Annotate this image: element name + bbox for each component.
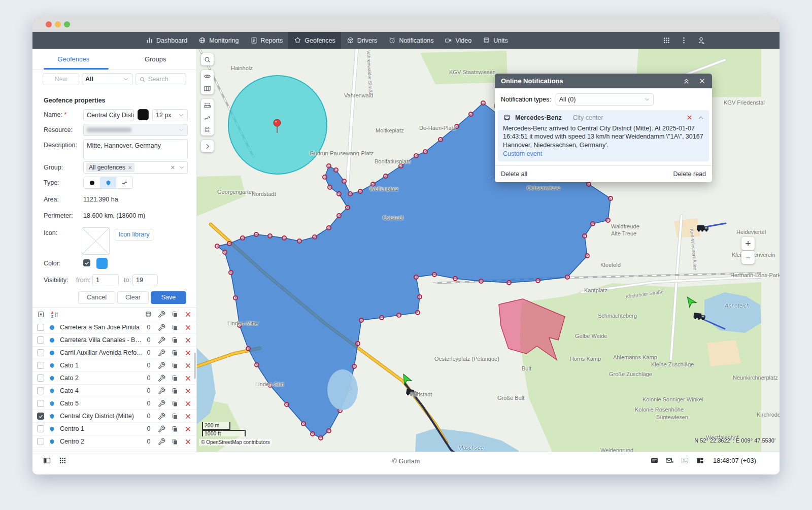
nav-item-reports[interactable]: Reports — [245, 32, 289, 49]
row-checkbox[interactable] — [37, 413, 44, 420]
list-scrollbar[interactable] — [194, 353, 196, 379]
nav-item-monitoring[interactable]: Monitoring — [193, 32, 244, 49]
notifications-header[interactable]: Online Notifications — [495, 74, 712, 88]
geofence-vertex[interactable] — [311, 432, 315, 436]
geofence-vertex[interactable] — [223, 250, 227, 254]
map-tool-map-button[interactable] — [201, 82, 214, 94]
map-tool-route-button[interactable] — [201, 111, 214, 123]
select-all-icon[interactable] — [37, 311, 45, 318]
clear-button[interactable]: Clear — [117, 291, 149, 304]
geofence-vertex[interactable] — [348, 192, 352, 196]
geofence-vertex[interactable] — [238, 323, 242, 327]
geofence-vertex[interactable] — [233, 296, 238, 300]
geofence-vertex[interactable] — [327, 226, 331, 230]
panel-icon[interactable] — [43, 456, 51, 465]
delete-read-link[interactable]: Delete read — [673, 171, 706, 178]
delete-icon[interactable] — [184, 400, 192, 407]
edit-wrench-icon[interactable] — [158, 362, 165, 369]
delete-notification-icon[interactable] — [686, 114, 693, 121]
edit-wrench-icon[interactable] — [158, 438, 165, 446]
geofence-vertex[interactable] — [241, 236, 245, 240]
row-checkbox[interactable] — [37, 362, 44, 369]
geofence-vertex[interactable] — [414, 275, 418, 279]
geofence-vertex[interactable] — [346, 206, 350, 210]
geofence-vertex[interactable] — [301, 422, 306, 426]
edit-wrench-icon[interactable] — [158, 324, 165, 331]
geofence-row[interactable]: Cato 40 — [32, 385, 196, 397]
geofence-vertex[interactable] — [323, 175, 327, 179]
sort-az-icon[interactable] — [51, 311, 58, 319]
clear-group-icon[interactable]: ✕ — [171, 164, 175, 171]
delete-icon[interactable] — [184, 324, 192, 331]
nav-item-units[interactable]: Units — [477, 32, 513, 49]
nav-item-geofences[interactable]: Geofences — [288, 32, 341, 49]
new-geofence-button[interactable]: New — [43, 73, 79, 85]
notification-item[interactable]: Mercedes-Benz City center Mercedes-Benz … — [498, 110, 709, 161]
visibility-to-input[interactable]: 19 — [132, 274, 158, 286]
geofence-vertex[interactable] — [591, 222, 595, 226]
delete-icon[interactable] — [184, 362, 192, 369]
map-tool-ruler-button[interactable] — [201, 99, 214, 111]
geofence-row[interactable]: Carretera Villa Canales - Boca del ...0 — [32, 334, 196, 347]
geofence-vertex[interactable] — [416, 311, 420, 315]
geofence-vertex[interactable] — [337, 214, 341, 218]
copy-icon[interactable] — [171, 425, 179, 433]
card-icon[interactable] — [650, 456, 659, 465]
geofence-vertex[interactable] — [507, 281, 511, 285]
mail-plus-icon[interactable] — [665, 456, 674, 465]
color-checkbox[interactable] — [83, 259, 90, 266]
map-tool-eye-button[interactable] — [201, 70, 214, 82]
map-tool-nodes-button[interactable] — [201, 123, 214, 135]
geofence-row[interactable]: Centro 20 — [32, 435, 196, 448]
geofence-vertex[interactable] — [268, 234, 272, 238]
geofence-vertex[interactable] — [342, 179, 346, 183]
visibility-from-input[interactable]: 1 — [92, 274, 119, 286]
nav-item-drivers[interactable]: Drivers — [341, 32, 383, 49]
edit-wrench-icon[interactable] — [158, 413, 165, 420]
text-color-swatch[interactable] — [138, 109, 149, 120]
nav-item-video[interactable]: Video — [439, 32, 477, 49]
row-checkbox[interactable] — [37, 349, 44, 356]
geofence-vertex[interactable] — [585, 254, 589, 258]
delete-icon[interactable] — [184, 336, 192, 344]
close-window-button[interactable] — [46, 21, 52, 27]
geofence-vertex[interactable] — [285, 402, 289, 406]
geofence-vertex[interactable] — [297, 239, 301, 243]
geofence-vertex[interactable] — [384, 174, 388, 178]
search-input[interactable]: Search — [136, 73, 186, 85]
copy-icon[interactable] — [171, 324, 179, 331]
delete-icon[interactable] — [184, 349, 192, 357]
apps-icon[interactable] — [58, 456, 67, 465]
nav-item-dashboard[interactable]: Dashboard — [140, 32, 193, 49]
row-checkbox[interactable] — [37, 425, 44, 432]
geofence-row[interactable]: Cato 50 — [32, 397, 196, 410]
filter-dropdown[interactable]: All — [82, 73, 132, 85]
geofence-vertex[interactable] — [418, 295, 422, 299]
tab-groups[interactable]: Groups — [115, 49, 197, 70]
font-size-dropdown[interactable]: 12 px — [152, 109, 188, 121]
group-dropdown[interactable]: All geofences✕ ✕ — [83, 161, 188, 174]
geofence-vertex[interactable] — [328, 185, 332, 189]
edit-wrench-icon[interactable] — [158, 387, 165, 395]
chevron-up-icon[interactable] — [697, 114, 704, 121]
units-column-icon[interactable] — [145, 311, 152, 318]
copy-icon[interactable] — [171, 438, 179, 446]
delete-icon[interactable] — [184, 413, 192, 420]
edit-wrench-icon[interactable] — [158, 425, 165, 433]
delete-icon[interactable] — [184, 438, 192, 446]
minimize-window-button[interactable] — [55, 21, 61, 27]
icon-library-button[interactable]: Icon library — [114, 229, 154, 241]
copy-icon[interactable] — [171, 400, 179, 407]
geofence-vertex[interactable] — [481, 101, 485, 105]
geofence-vertex[interactable] — [229, 270, 233, 275]
geofence-vertex[interactable] — [359, 318, 363, 322]
map-tool-chevron-right-button[interactable] — [201, 140, 214, 152]
geofence-vertex[interactable] — [215, 244, 219, 248]
apps-icon[interactable] — [662, 36, 671, 45]
tab-geofences[interactable]: Geofences — [32, 49, 115, 70]
edit-wrench-icon[interactable] — [158, 349, 165, 357]
geofence-vertex[interactable] — [337, 192, 341, 196]
geofence-vertex[interactable] — [565, 275, 569, 279]
geofence-vertex[interactable] — [438, 138, 443, 142]
geofence-vertex[interactable] — [268, 383, 272, 387]
